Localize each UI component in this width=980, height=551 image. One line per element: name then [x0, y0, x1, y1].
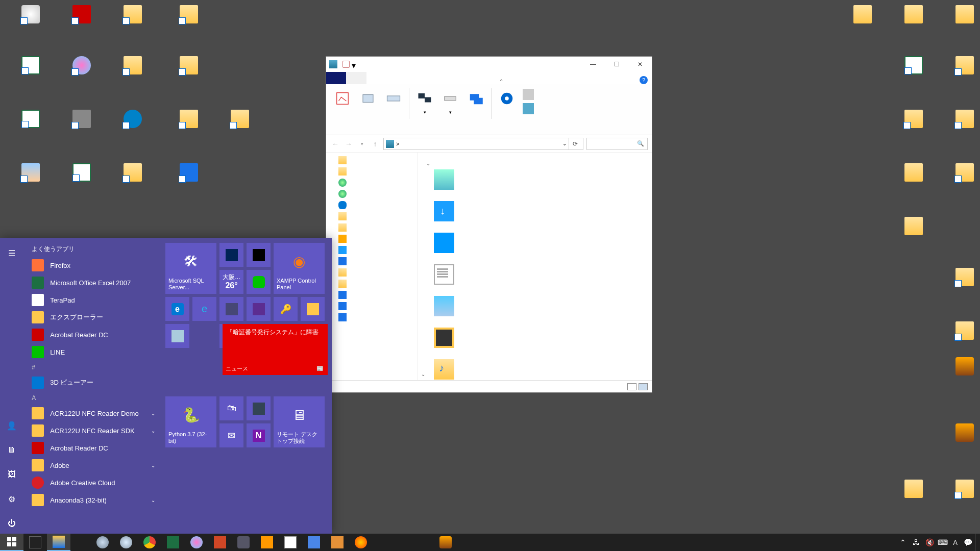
tile-sql-server[interactable]: 🛠 Microsoft SQL Server...: [165, 243, 216, 294]
close-button[interactable]: ✕: [628, 57, 652, 72]
app-item[interactable]: エクスプローラー: [23, 309, 161, 326]
tray-ime-icon[interactable]: ⌨: [937, 536, 949, 548]
tile-vs[interactable]: [247, 297, 271, 321]
folder-item[interactable]: [426, 169, 462, 198]
content-pane[interactable]: ⌄ ⌄: [418, 153, 652, 380]
nav-item[interactable]: [328, 177, 415, 188]
taskbar-photos[interactable]: [185, 534, 208, 551]
nav-item[interactable]: [328, 188, 415, 199]
taskbar-firefox[interactable]: [349, 534, 373, 551]
taskbar-app[interactable]: [232, 534, 255, 551]
nav-item[interactable]: [328, 312, 415, 323]
tile-xampp[interactable]: ◉ XAMPP Control Panel: [274, 243, 325, 294]
desktop-icon-folder[interactable]: [898, 217, 929, 253]
nav-item[interactable]: [328, 244, 415, 256]
pictures-icon[interactable]: 🖼: [2, 464, 22, 485]
taskbar-chrome[interactable]: [138, 534, 161, 551]
qat-dropdown-icon[interactable]: ▾: [352, 61, 359, 68]
app-item[interactable]: Firefox: [23, 257, 161, 274]
taskbar-media[interactable]: [255, 534, 279, 551]
desktop-icon-app[interactable]: [949, 357, 980, 393]
nav-item[interactable]: [328, 278, 415, 289]
desktop-icon-folder[interactable]: [117, 163, 148, 199]
app-item[interactable]: Microsoft Office Excel 2007: [23, 274, 161, 291]
navigation-pane[interactable]: [326, 153, 418, 380]
action-center-icon[interactable]: 💬: [962, 536, 974, 548]
tile-store[interactable]: 🛍: [219, 396, 243, 420]
ribbon-tab-file[interactable]: [326, 72, 346, 84]
tray-volume-icon[interactable]: 🔇: [923, 536, 936, 548]
desktop-icon-folder[interactable]: [949, 163, 980, 199]
ribbon-open[interactable]: [358, 88, 378, 109]
ribbon-collapse-icon[interactable]: ⌃: [499, 79, 503, 84]
nav-item[interactable]: [328, 289, 415, 300]
ribbon-tab-computer[interactable]: [346, 72, 366, 84]
ribbon-manage[interactable]: [522, 103, 534, 115]
desktop-icon-folder[interactable]: [174, 5, 204, 41]
desktop-icon-folder[interactable]: [225, 110, 255, 145]
tile-news[interactable]: 「暗証番号発行システム」に障害 ニュース 📰: [223, 324, 328, 375]
folder-item[interactable]: [426, 201, 462, 230]
letter-a[interactable]: A: [23, 391, 161, 405]
refresh-button[interactable]: ⟳: [569, 138, 581, 150]
desktop-icon-folder[interactable]: [117, 56, 148, 92]
folder-item[interactable]: [426, 296, 462, 324]
taskbar-app[interactable]: [114, 534, 138, 551]
content-group-toggle[interactable]: ⌄: [421, 371, 425, 377]
documents-icon[interactable]: 🗎: [2, 440, 22, 460]
desktop-icon-folder[interactable]: [898, 110, 929, 145]
nav-item[interactable]: [328, 155, 415, 166]
expand-icon[interactable]: ☰: [2, 243, 22, 263]
tile-rdp[interactable]: 🖥 リモート デスクトップ接続: [274, 396, 325, 447]
desktop-icon-folder[interactable]: [949, 268, 980, 304]
desktop-icon-folder[interactable]: [847, 5, 878, 41]
tile-weather[interactable]: 大阪... 26°: [219, 270, 243, 294]
desktop-icon-folder[interactable]: [949, 480, 980, 515]
folder-item[interactable]: [426, 233, 462, 261]
desktop-icon-folder[interactable]: [949, 110, 980, 145]
start-button[interactable]: [0, 534, 23, 551]
desktop-icon-nextcloud[interactable]: [117, 110, 148, 145]
nav-item[interactable]: [328, 300, 415, 312]
up-button[interactable]: ↑: [370, 139, 380, 149]
desktop-icon-adobe[interactable]: [66, 5, 97, 41]
app-item[interactable]: Adobe Creative Cloud: [23, 474, 161, 491]
desktop-icon-excel[interactable]: [66, 163, 97, 199]
app-item[interactable]: ACR122U NFC Reader SDK⌄: [23, 422, 161, 439]
search-input[interactable]: 🔍: [586, 138, 648, 150]
taskbar-app[interactable]: [279, 534, 302, 551]
app-item[interactable]: Acrobat Reader DC: [23, 439, 161, 457]
app-item[interactable]: ACR122U NFC Reader Demo⌄: [23, 405, 161, 422]
tray-network-icon[interactable]: 🖧: [910, 536, 922, 548]
tile-python[interactable]: 🐍 Python 3.7 (32-bit): [165, 396, 216, 447]
tray-overflow-icon[interactable]: ⌃: [897, 536, 909, 548]
desktop-icon-folder[interactable]: [949, 5, 980, 41]
tile-teams[interactable]: [219, 297, 243, 321]
nav-item[interactable]: [328, 199, 415, 211]
ribbon-properties[interactable]: [332, 88, 353, 109]
recent-dropdown[interactable]: ▾: [357, 139, 367, 149]
folder-item[interactable]: [426, 264, 462, 293]
app-item[interactable]: Acrobat Reader DC: [23, 326, 161, 343]
maximize-button[interactable]: ☐: [605, 57, 628, 72]
taskbar-powerpoint[interactable]: [208, 534, 232, 551]
nav-item[interactable]: [328, 211, 415, 222]
tile-connect[interactable]: [165, 324, 189, 348]
nav-item[interactable]: [328, 233, 415, 244]
desktop-icon-folder[interactable]: [898, 480, 929, 515]
desktop-icon-app[interactable]: [66, 110, 97, 145]
start-app-list[interactable]: よく使うアプリ FirefoxMicrosoft Office Excel 20…: [23, 238, 161, 534]
app-item[interactable]: Adobe⌄: [23, 457, 161, 474]
nav-item[interactable]: [328, 267, 415, 278]
ribbon-network[interactable]: [414, 88, 435, 109]
app-item[interactable]: TeraPad: [23, 291, 161, 309]
tile-cmd[interactable]: [247, 243, 271, 267]
taskbar-app[interactable]: [434, 534, 457, 551]
desktop-icon-folder[interactable]: [117, 5, 148, 41]
letter-hash[interactable]: #: [23, 361, 161, 374]
desktop-icon-excel[interactable]: [15, 110, 46, 145]
tile-line[interactable]: [247, 270, 271, 294]
taskbar-explorer[interactable]: [47, 534, 70, 551]
desktop-icon-folder[interactable]: [949, 321, 980, 357]
tile-edge[interactable]: e: [165, 297, 189, 321]
